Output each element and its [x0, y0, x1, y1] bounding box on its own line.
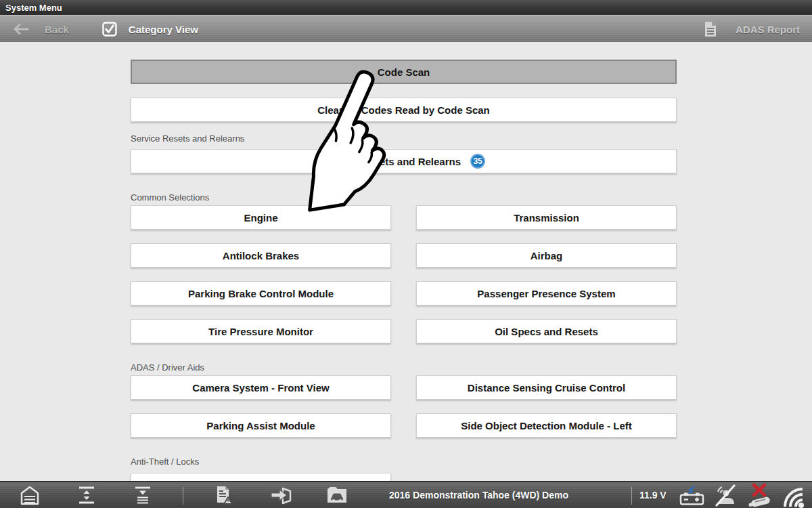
pointer-hand-cursor	[290, 71, 432, 247]
vehicle-title: 2016 Demonstration Tahoe (4WD) Demo	[389, 490, 568, 501]
menu-button-passenger-presence-system[interactable]: Passenger Presence System	[416, 281, 677, 305]
dtc-report-button[interactable]	[214, 485, 234, 505]
home-icon	[19, 485, 41, 505]
section-label-adas-driver-aids: ADAS / Driver Aids	[131, 362, 677, 373]
menu-button-label: Engine	[244, 212, 277, 224]
voltage-reading: 11.9 V	[639, 490, 667, 501]
menu-button-label: Distance Sensing Cruise Control	[468, 382, 625, 394]
menu-button-distance-sensing-cruise-control[interactable]: Distance Sensing Cruise Control	[416, 375, 677, 400]
page-title: System Menu	[5, 3, 62, 13]
back-button[interactable]: Back	[11, 16, 69, 43]
dtc-report-icon	[214, 485, 234, 505]
titlebar: System Menu	[0, 0, 812, 15]
battery-voltage-icon	[678, 484, 705, 506]
toolbar-divider	[183, 487, 183, 505]
toolbar-divider	[631, 487, 632, 505]
menu-button-parking-assist-module[interactable]: Parking Assist Module	[131, 413, 391, 438]
menu-button-label: Transmission	[514, 212, 579, 224]
menu-button-label: Antilock Brakes	[223, 250, 299, 261]
top-toolbar: Back Category View ADAS Report	[0, 15, 812, 43]
scan-module-disconnected-icon	[747, 483, 774, 507]
menu-button-label: Parking Brake Control Module	[188, 288, 334, 299]
home-button[interactable]	[19, 485, 41, 505]
adas-report-button[interactable]: ADAS Report	[703, 16, 800, 43]
menu-button-airbag[interactable]: Airbag	[416, 243, 677, 268]
checkbox-checked-icon	[102, 21, 118, 37]
adas-driver-aids-grid: Camera System - Front View Distance Sens…	[131, 375, 677, 438]
back-arrow-icon	[11, 22, 30, 36]
communication-disabled-icon	[713, 484, 738, 507]
collapse-all-icon	[133, 486, 153, 505]
category-view-toggle[interactable]: Category View	[102, 16, 198, 43]
expand-all-icon	[76, 486, 97, 505]
adas-report-label: ADAS Report	[736, 24, 800, 35]
menu-button-tire-pressure-monitor[interactable]: Tire Pressure Monitor	[131, 319, 391, 343]
menu-button-transmission[interactable]: Transmission	[416, 205, 677, 230]
menu-button-label: Tire Pressure Monitor	[208, 326, 313, 337]
vehicle-records-button[interactable]	[326, 486, 348, 504]
menu-button-label: Parking Assist Module	[206, 420, 315, 431]
category-view-label: Category View	[129, 24, 198, 35]
menu-button-camera-system-front-view[interactable]: Camera System - Front View	[131, 375, 391, 400]
menu-button-keyless-entry[interactable]: Keyless Entry	[131, 473, 391, 481]
menu-button-side-object-detection-module-left[interactable]: Side Object Detection Module - Left	[416, 413, 677, 438]
quick-attach-button[interactable]	[270, 486, 292, 505]
adas-report-icon	[703, 20, 718, 38]
menu-button-label: Camera System - Front View	[192, 382, 329, 394]
menu-button-parking-brake-control-module[interactable]: Parking Brake Control Module	[131, 281, 391, 305]
menu-button-label: Passenger Presence System	[477, 288, 615, 299]
count-badge: 35	[470, 154, 485, 169]
wifi-status-icon	[778, 482, 807, 508]
menu-button-label: Airbag	[531, 250, 563, 261]
section-label-anti-theft-locks: Anti-Theft / Locks	[131, 456, 677, 467]
menu-button-oil-specs-and-resets[interactable]: Oil Specs and Resets	[416, 319, 677, 343]
back-label: Back	[45, 24, 69, 35]
menu-button-label: Side Object Detection Module - Left	[461, 420, 632, 431]
collapse-all-button[interactable]	[133, 486, 153, 505]
vehicle-records-folder-icon	[326, 486, 348, 504]
anti-theft-grid: Keyless Entry	[131, 473, 677, 481]
status-toolbar: 2016 Demonstration Tahoe (4WD) Demo 11.9…	[0, 481, 812, 508]
menu-button-label: Oil Specs and Resets	[495, 326, 598, 337]
expand-all-button[interactable]	[76, 486, 97, 505]
quick-attach-arrow-icon	[270, 486, 292, 505]
